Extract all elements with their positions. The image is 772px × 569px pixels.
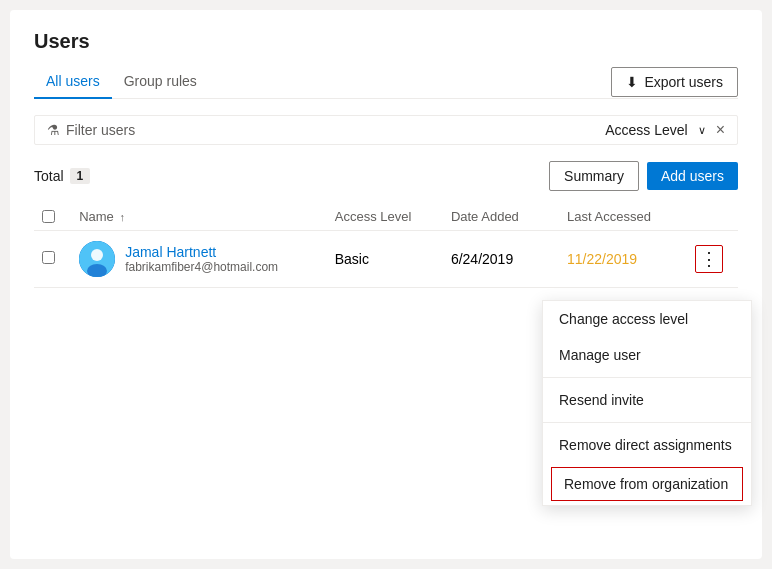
- user-name[interactable]: Jamal Hartnett: [125, 244, 278, 260]
- page-title: Users: [34, 30, 738, 53]
- chevron-down-icon[interactable]: ∨: [698, 124, 706, 137]
- filter-bar: ⚗ Filter users Access Level ∨ ×: [34, 115, 738, 145]
- table-header-row: Name ↑ Access Level Date Added Last Acce…: [34, 203, 738, 231]
- filter-right: Access Level ∨ ×: [605, 122, 725, 138]
- sort-arrow-icon: ↑: [119, 211, 125, 223]
- tab-group-rules[interactable]: Group rules: [112, 65, 209, 99]
- context-menu-remove-direct[interactable]: Remove direct assignments: [543, 427, 751, 463]
- header-access-level: Access Level: [327, 203, 443, 231]
- row-name-cell: Jamal Hartnett fabrikamfiber4@hotmail.co…: [71, 231, 327, 288]
- avatar-svg: [79, 241, 115, 277]
- context-menu-manage-user[interactable]: Manage user: [543, 337, 751, 373]
- export-down-icon: ⬇: [626, 74, 638, 90]
- page-container: Users All users Group rules ⬇ Export use…: [10, 10, 762, 559]
- filter-label[interactable]: ⚗ Filter users: [47, 122, 605, 138]
- select-all-checkbox[interactable]: [42, 210, 55, 223]
- summary-button[interactable]: Summary: [549, 161, 639, 191]
- header-name: Name ↑: [71, 203, 327, 231]
- context-menu-remove-org[interactable]: Remove from organization: [551, 467, 743, 501]
- row-last-accessed: 11/22/2019: [559, 231, 687, 288]
- context-menu-resend-invite[interactable]: Resend invite: [543, 382, 751, 418]
- access-level-filter-label[interactable]: Access Level: [605, 122, 687, 138]
- row-date-added: 6/24/2019: [443, 231, 559, 288]
- header-date-added: Date Added: [443, 203, 559, 231]
- more-options-button[interactable]: ⋮: [695, 245, 723, 273]
- more-icon: ⋮: [700, 248, 718, 270]
- toolbar-row: Total 1 Summary Add users: [34, 161, 738, 191]
- total-label: Total 1: [34, 168, 90, 184]
- tabs-row: All users Group rules ⬇ Export users: [34, 65, 738, 99]
- tab-all-users[interactable]: All users: [34, 65, 112, 99]
- add-users-button[interactable]: Add users: [647, 162, 738, 190]
- row-access-level: Basic: [327, 231, 443, 288]
- total-count-badge: 1: [70, 168, 91, 184]
- row-checkbox-cell: [34, 231, 71, 288]
- context-menu: Change access level Manage user Resend i…: [542, 300, 752, 506]
- header-checkbox-cell: [34, 203, 71, 231]
- table-row: Jamal Hartnett fabrikamfiber4@hotmail.co…: [34, 231, 738, 288]
- user-details: Jamal Hartnett fabrikamfiber4@hotmail.co…: [125, 244, 278, 274]
- header-actions: [687, 203, 738, 231]
- row-checkbox[interactable]: [42, 251, 55, 264]
- user-info: Jamal Hartnett fabrikamfiber4@hotmail.co…: [79, 241, 319, 277]
- row-actions-cell: ⋮: [687, 231, 738, 288]
- context-menu-divider-1: [543, 377, 751, 378]
- svg-point-1: [91, 249, 103, 261]
- export-users-button[interactable]: ⬇ Export users: [611, 67, 738, 97]
- user-email: fabrikamfiber4@hotmail.com: [125, 260, 278, 274]
- context-menu-divider-2: [543, 422, 751, 423]
- filter-icon: ⚗: [47, 122, 60, 138]
- context-menu-change-access[interactable]: Change access level: [543, 301, 751, 337]
- header-last-accessed: Last Accessed: [559, 203, 687, 231]
- users-table: Name ↑ Access Level Date Added Last Acce…: [34, 203, 738, 288]
- avatar: [79, 241, 115, 277]
- filter-close-button[interactable]: ×: [716, 122, 725, 138]
